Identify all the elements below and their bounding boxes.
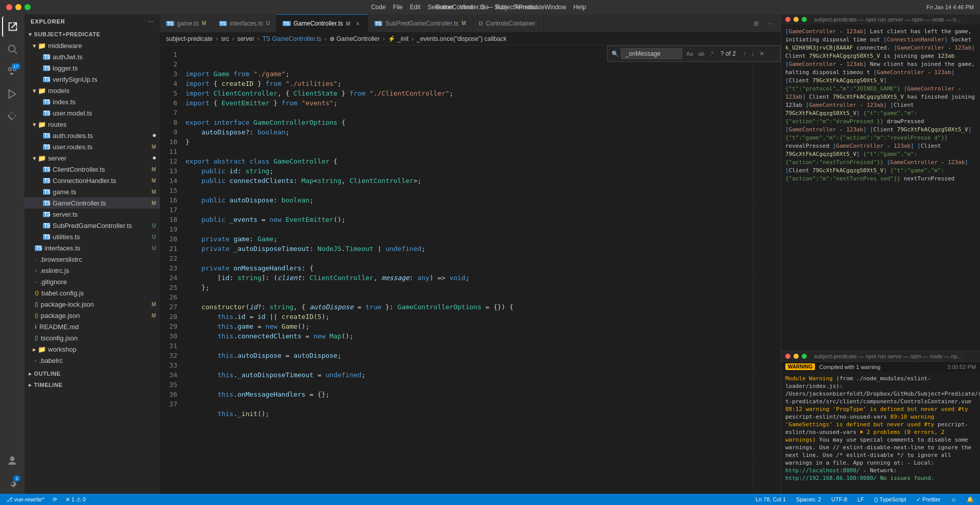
sidebar-item-package-json[interactable]: {} package.json M <box>25 310 160 321</box>
tab-close-button[interactable]: ✕ <box>354 19 362 28</box>
run-activity-icon[interactable] <box>2 84 22 104</box>
sidebar-item-routes[interactable]: ▾ 📁 routes <box>25 119 160 130</box>
menu-file[interactable]: File <box>393 4 403 11</box>
sidebar-item-auth-routes[interactable]: TS auth.routes.ts <box>25 130 160 141</box>
close-button[interactable] <box>6 4 12 10</box>
term2-close-dot[interactable] <box>785 354 790 359</box>
breadcrumb-part[interactable]: src <box>221 35 229 42</box>
feedback-button[interactable]: ☺ <box>949 494 959 505</box>
sidebar-item-gitignore[interactable]: ◦ .gitignore <box>25 276 160 287</box>
sidebar-item-user-model[interactable]: TS user.model.ts <box>25 107 160 119</box>
error-status[interactable]: ✕ 1 ⚠ 0 <box>63 494 88 505</box>
sidebar-item-utilities[interactable]: TS utilities.ts U <box>25 231 160 242</box>
breadcrumb-part[interactable]: subject-predicate <box>166 35 213 42</box>
terminal-close-dot[interactable] <box>785 17 790 22</box>
sidebar-item-middleware[interactable]: ▾ 📁 middleware <box>25 40 160 51</box>
sidebar-item-babelrc[interactable]: ◦ .babelrc <box>25 355 160 366</box>
notifications-button[interactable]: 🔔 <box>965 494 976 505</box>
sidebar-item-GameController[interactable]: TS GameController.ts M <box>25 197 160 209</box>
extensions-activity-icon[interactable] <box>2 106 22 127</box>
sidebar-item-authJwt[interactable]: TS authJwt.ts <box>25 51 160 62</box>
source-control-activity-icon[interactable]: 17 <box>2 61 22 82</box>
sidebar-item-eslintrc[interactable]: ◦ .eslintrc.js <box>25 265 160 276</box>
sidebar-content[interactable]: ▾ SUBJECT+PREDICATE ▾ 📁 middleware TS au… <box>25 29 160 494</box>
close-search-button[interactable]: ✕ <box>757 50 766 58</box>
next-match-button[interactable]: ↓ <box>749 50 756 58</box>
sidebar-item-ClientController[interactable]: TS ClientController.ts M <box>25 164 160 175</box>
breadcrumb-part[interactable]: _events.once("dispose") callback <box>417 35 507 42</box>
encoding-status[interactable]: UTF-8 <box>829 494 849 505</box>
sidebar-item-readme[interactable]: ℹ README.md <box>25 321 160 332</box>
sidebar-section-outline[interactable]: ▸ OUTLINE <box>25 368 160 379</box>
sidebar-item-models[interactable]: ▾ 📁 models <box>25 85 160 96</box>
sidebar-item-browserslistrc[interactable]: ◦ .browserslistrc <box>25 254 160 265</box>
search-input-display[interactable]: _onMessage <box>621 48 682 59</box>
menu-window[interactable]: Window <box>544 4 566 11</box>
file-badge: U <box>152 245 156 251</box>
split-editor-button[interactable]: ⊞ <box>750 17 762 30</box>
eol-status[interactable]: LF <box>855 494 866 505</box>
account-activity-icon[interactable] <box>2 451 22 471</box>
sidebar-item-game[interactable]: TS game.ts M <box>25 186 160 197</box>
sidebar-item-verifySignUp[interactable]: TS verifySignUp.ts <box>25 74 160 85</box>
cursor-position[interactable]: Ln 78, Col 1 <box>754 494 788 505</box>
more-actions-button[interactable]: ··· <box>764 17 777 30</box>
tab-SubPredGameController[interactable]: TS SubPredGameController.ts M <box>368 14 473 32</box>
breadcrumb-part[interactable]: TS GameController.ts <box>263 35 321 42</box>
window-controls[interactable] <box>6 4 31 10</box>
menu-code[interactable]: Code <box>371 4 386 11</box>
maximize-button[interactable] <box>25 4 31 10</box>
regex-button[interactable]: .* <box>708 50 715 57</box>
sidebar-item-server[interactable]: ▾ 📁 server <box>25 152 160 164</box>
sidebar-item-server-ts[interactable]: TS server.ts <box>25 209 160 220</box>
sidebar-root-folder[interactable]: ▾ SUBJECT+PREDICATE <box>25 29 160 40</box>
menu-edit[interactable]: Edit <box>410 4 421 11</box>
sidebar-item-tsconfig[interactable]: {} tsconfig.json <box>25 332 160 343</box>
sidebar-item-label: package.json <box>41 312 80 319</box>
breadcrumb-part[interactable]: ⚡ _init <box>388 35 408 42</box>
tab-GameController-ts[interactable]: TS GameController.ts M ✕ <box>276 14 368 32</box>
tab-interfaces-ts[interactable]: TS interfaces.ts U <box>213 14 276 32</box>
indent-status[interactable]: Spaces: 2 <box>794 494 823 505</box>
match-word-button[interactable]: ab <box>696 50 706 57</box>
match-case-button[interactable]: Aa <box>684 50 695 57</box>
code-area: 🔍 _onMessage Aa ab .* ? of 2 ↑ ↓ ✕ <box>160 45 781 494</box>
terminal-max-dot[interactable] <box>802 17 807 22</box>
sidebar-item-SubPredGameController[interactable]: TS SubPredGameController.ts U <box>25 220 160 231</box>
sidebar-item-index-model[interactable]: TS index.ts <box>25 96 160 107</box>
sidebar-item-babel-config[interactable]: ⟨⟩ babel.config.js <box>25 287 160 299</box>
ts-icon: TS <box>43 77 50 82</box>
sidebar-item-interfaces[interactable]: TS interfaces.ts U <box>25 242 160 254</box>
minimize-button[interactable] <box>15 4 21 10</box>
sidebar-item-logger[interactable]: TS logger.ts <box>25 62 160 74</box>
terminal-min-dot[interactable] <box>794 17 799 22</box>
term2-max-dot[interactable] <box>802 354 807 359</box>
sidebar-item-label: server.ts <box>53 211 78 218</box>
terminal-top-content[interactable]: [GameController - 123ab] Last client has… <box>781 25 980 351</box>
menu-help[interactable]: Help <box>573 4 586 11</box>
language-status[interactable]: () TypeScript <box>872 494 908 505</box>
sidebar-item-label: SubPredGameController.ts <box>53 222 132 229</box>
settings-activity-icon[interactable]: 1 <box>2 473 22 494</box>
branch-status[interactable]: ⎇ vue-rewrite* <box>4 494 46 505</box>
formatter-status[interactable]: ✓ Prettier <box>914 494 942 505</box>
code-editor[interactable]: import Game from "./game"; import { crea… <box>181 45 753 494</box>
term2-min-dot[interactable] <box>794 354 799 359</box>
prev-match-button[interactable]: ↑ <box>741 50 748 58</box>
sidebar-item-user-routes[interactable]: TS user.routes.ts M <box>25 141 160 152</box>
sync-status[interactable]: ⟳ <box>51 494 59 505</box>
explorer-activity-icon[interactable] <box>2 16 22 37</box>
sidebar-item-package-lock[interactable]: {} package-lock.json M <box>25 299 160 310</box>
tab-game-ts[interactable]: TS game.ts M <box>160 14 213 32</box>
breadcrumb-part[interactable]: ⊕ GameController <box>330 35 380 42</box>
terminal-bottom-content[interactable]: Module Warning (from ./node_modules/esli… <box>781 372 980 494</box>
sidebar-more-icon[interactable]: ··· <box>148 18 154 25</box>
sidebar-item-ConnectionHandler[interactable]: TS ConnectionHandler.ts M <box>25 175 160 186</box>
tab-ControlsContainer[interactable]: ⟨⟩ ControlsContainer: <box>473 14 544 32</box>
sidebar-item-workshop[interactable]: ▸ 📁 workshop <box>25 343 160 355</box>
search-activity-icon[interactable] <box>2 39 22 59</box>
sidebar-item-label: GameController.ts <box>53 199 106 207</box>
sidebar-section-timeline[interactable]: ▸ TIMELINE <box>25 379 160 391</box>
breadcrumb-part[interactable]: server <box>237 35 254 42</box>
find-icon: 🔍 <box>612 51 619 57</box>
